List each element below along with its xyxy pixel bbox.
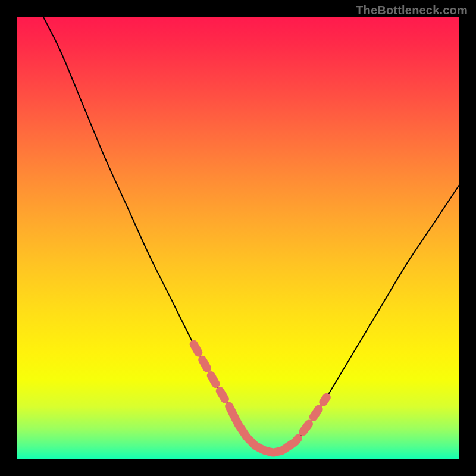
chart-svg: [17, 17, 459, 459]
bottleneck-curve: [43, 17, 459, 453]
highlight-left-descent-dash: [194, 345, 234, 415]
chart-frame: TheBottleneck.com: [0, 0, 476, 476]
plot-area: [17, 17, 459, 459]
watermark-label: TheBottleneck.com: [356, 4, 468, 17]
highlight-right-ascent-dash: [291, 397, 327, 444]
highlight-group: [194, 345, 327, 453]
highlight-trough-solid: [234, 415, 292, 453]
